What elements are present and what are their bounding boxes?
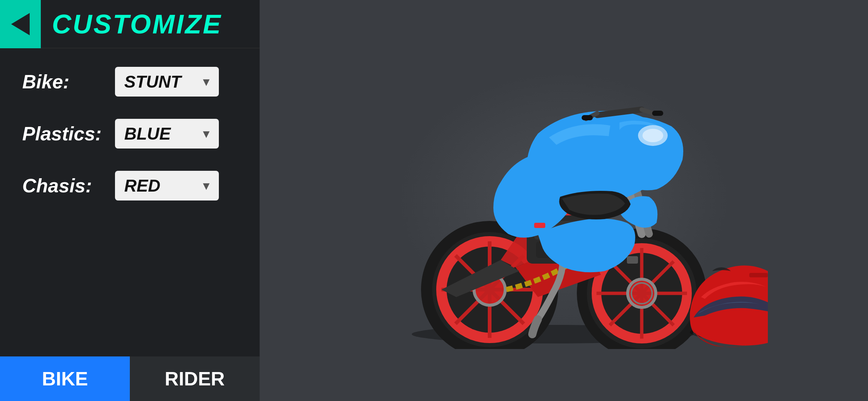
grip-right: [652, 111, 663, 116]
plastics-label: Plastics:: [22, 123, 104, 145]
tab-rider-label: RIDER: [165, 368, 225, 390]
exhaust-end: [532, 319, 538, 334]
grip-left: [582, 115, 593, 120]
header: CUSTOMIZE: [0, 0, 260, 48]
tab-bike[interactable]: BIKE: [0, 356, 130, 401]
chasis-label: Chasis:: [22, 175, 104, 197]
chasis-row: Chasis: RED ▾: [22, 171, 237, 200]
handlebar-main: [597, 110, 642, 115]
chevron-down-icon-chasis: ▾: [203, 178, 210, 193]
tab-bike-label: BIKE: [42, 368, 88, 390]
front-brake-caliper: [627, 256, 638, 264]
bike-row: Bike: STUNT ▾: [22, 67, 237, 97]
right-panel: [260, 0, 868, 401]
left-panel: CUSTOMIZE Bike: STUNT ▾ Plastics: BLUE ▾…: [0, 0, 260, 401]
tab-rider[interactable]: RIDER: [130, 356, 260, 401]
back-arrow-icon: [11, 13, 30, 35]
headlight-inner: [642, 129, 663, 142]
bike-scene: [360, 52, 768, 349]
bike-dropdown[interactable]: STUNT ▾: [115, 67, 219, 97]
handlebar-right: [642, 110, 653, 113]
bike-value: STUNT: [124, 72, 181, 92]
back-button[interactable]: [0, 0, 41, 48]
chasis-value: RED: [124, 176, 160, 196]
chevron-down-icon-plastics: ▾: [203, 126, 210, 141]
helmet-vent: [749, 273, 768, 277]
form-area: Bike: STUNT ▾ Plastics: BLUE ▾ Chasis: R…: [0, 48, 260, 356]
plastics-dropdown[interactable]: BLUE ▾: [115, 119, 219, 149]
plastics-row: Plastics: BLUE ▾: [22, 119, 237, 149]
bike-svg: [360, 52, 768, 349]
bottom-tabs: BIKE RIDER: [0, 356, 260, 401]
page-title: CUSTOMIZE: [52, 9, 222, 39]
chevron-down-icon: ▾: [203, 74, 210, 89]
chasis-dropdown[interactable]: RED ▾: [115, 171, 219, 200]
taillight: [534, 223, 545, 228]
bike-label: Bike:: [22, 71, 104, 93]
plastics-value: BLUE: [124, 124, 171, 144]
